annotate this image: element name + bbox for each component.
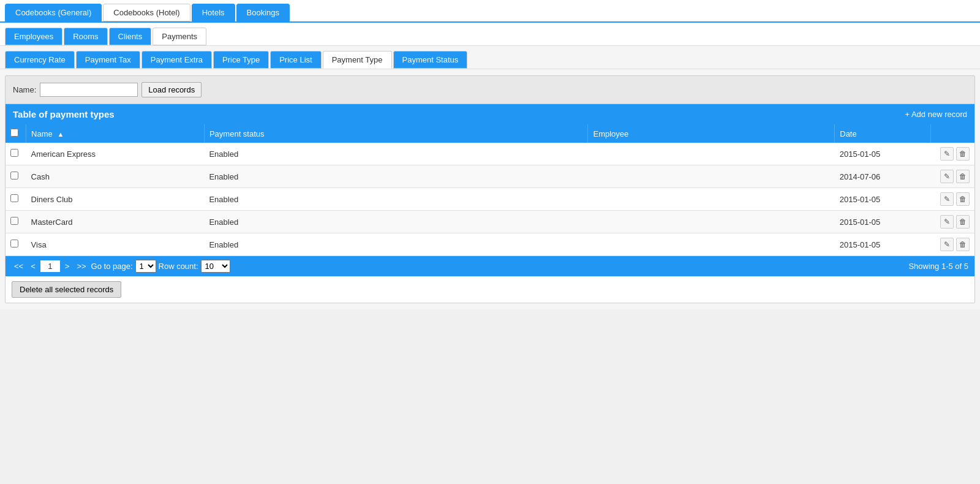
col-header-employee: Employee bbox=[588, 124, 835, 143]
row-checkbox[interactable] bbox=[10, 149, 18, 157]
panel: Name: Load records Table of payment type… bbox=[5, 75, 975, 303]
row-checkbox-cell bbox=[6, 165, 26, 188]
payment-types-table: Name ▲ Payment status Employee Date Amer… bbox=[6, 124, 974, 256]
delete-icon[interactable]: 🗑 bbox=[956, 238, 970, 251]
tab-payment-extra[interactable]: Payment Extra bbox=[141, 51, 212, 69]
row-checkbox-cell bbox=[6, 211, 26, 233]
col-header-date: Date bbox=[835, 124, 931, 143]
table-title: Table of payment types bbox=[13, 109, 115, 119]
tab-price-list[interactable]: Price List bbox=[270, 51, 321, 69]
delete-icon[interactable]: 🗑 bbox=[956, 192, 970, 206]
first-page-button[interactable]: << bbox=[12, 260, 26, 272]
tab-bookings[interactable]: Bookings bbox=[236, 4, 290, 21]
delete-icon[interactable]: 🗑 bbox=[956, 170, 970, 183]
tab-clients[interactable]: Clients bbox=[109, 28, 152, 45]
delete-all-selected-button[interactable]: Delete all selected records bbox=[12, 281, 121, 298]
tab-payment-type[interactable]: Payment Type bbox=[323, 51, 392, 69]
tab-payments[interactable]: Payments bbox=[153, 28, 206, 45]
add-new-record-button[interactable]: + Add new record bbox=[905, 110, 967, 119]
tab-price-type[interactable]: Price Type bbox=[213, 51, 269, 69]
row-payment-status: Enabled bbox=[204, 143, 588, 165]
table-row: American Express Enabled 2015-01-05 ✎ 🗑 bbox=[6, 143, 974, 165]
row-actions: ✎ 🗑 bbox=[930, 143, 974, 165]
load-records-button[interactable]: Load records bbox=[141, 82, 202, 97]
col-header-actions bbox=[930, 124, 974, 143]
second-nav: Employees Rooms Clients Payments bbox=[0, 23, 980, 46]
row-employee bbox=[588, 165, 835, 188]
row-payment-status: Enabled bbox=[204, 165, 588, 188]
third-nav: Currency Rate Payment Tax Payment Extra … bbox=[0, 46, 980, 69]
current-page-input[interactable] bbox=[40, 260, 60, 272]
row-count-select[interactable]: 10 25 50 100 bbox=[201, 260, 230, 273]
row-payment-status: Enabled bbox=[204, 188, 588, 211]
edit-icon[interactable]: ✎ bbox=[940, 238, 954, 251]
row-date: 2015-01-05 bbox=[835, 188, 931, 211]
row-name: Visa bbox=[26, 233, 205, 256]
tab-codebooks-general[interactable]: Codebooks (General) bbox=[5, 4, 102, 21]
sort-arrow-name: ▲ bbox=[57, 130, 64, 138]
row-employee bbox=[588, 188, 835, 211]
table-row: Diners Club Enabled 2015-01-05 ✎ 🗑 bbox=[6, 188, 974, 211]
tab-payment-status[interactable]: Payment Status bbox=[393, 51, 468, 69]
tab-currency-rate[interactable]: Currency Rate bbox=[5, 51, 75, 69]
pagination-bar: << < > >> Go to page: 1 Row count: 10 25… bbox=[6, 256, 974, 276]
table-title-bar: Table of payment types + Add new record bbox=[6, 104, 974, 124]
row-payment-status: Enabled bbox=[204, 233, 588, 256]
last-page-button[interactable]: >> bbox=[74, 260, 88, 272]
row-checkbox[interactable] bbox=[10, 240, 18, 248]
top-nav: Codebooks (General) Codebooks (Hotel) Ho… bbox=[0, 0, 980, 23]
row-checkbox-cell bbox=[6, 143, 26, 165]
table-header-row: Name ▲ Payment status Employee Date bbox=[6, 124, 974, 143]
row-checkbox[interactable] bbox=[10, 172, 18, 180]
tab-hotels[interactable]: Hotels bbox=[192, 4, 235, 21]
next-page-button[interactable]: > bbox=[62, 260, 72, 272]
delete-icon[interactable]: 🗑 bbox=[956, 215, 970, 229]
tab-codebooks-hotel[interactable]: Codebooks (Hotel) bbox=[103, 4, 190, 21]
row-actions: ✎ 🗑 bbox=[930, 233, 974, 256]
row-actions: ✎ 🗑 bbox=[930, 188, 974, 211]
goto-label: Go to page: bbox=[91, 262, 133, 271]
name-label: Name: bbox=[13, 85, 36, 94]
row-date: 2015-01-05 bbox=[835, 143, 931, 165]
row-payment-status: Enabled bbox=[204, 211, 588, 233]
select-all-header bbox=[6, 124, 26, 143]
row-employee bbox=[588, 211, 835, 233]
edit-icon[interactable]: ✎ bbox=[940, 147, 954, 161]
pagination-left: << < > >> Go to page: 1 Row count: 10 25… bbox=[12, 260, 230, 273]
row-name: American Express bbox=[26, 143, 205, 165]
table-row: Cash Enabled 2014-07-06 ✎ 🗑 bbox=[6, 165, 974, 188]
tab-payment-tax[interactable]: Payment Tax bbox=[76, 51, 140, 69]
row-employee bbox=[588, 143, 835, 165]
row-date: 2015-01-05 bbox=[835, 233, 931, 256]
tab-employees[interactable]: Employees bbox=[5, 28, 62, 45]
showing-label: Showing 1-5 of 5 bbox=[908, 262, 968, 271]
row-name: MasterCard bbox=[26, 211, 205, 233]
table-row: Visa Enabled 2015-01-05 ✎ 🗑 bbox=[6, 233, 974, 256]
row-actions: ✎ 🗑 bbox=[930, 165, 974, 188]
row-count-label: Row count: bbox=[159, 262, 198, 271]
select-all-checkbox[interactable] bbox=[10, 129, 18, 137]
row-name: Diners Club bbox=[26, 188, 205, 211]
goto-page-select[interactable]: 1 bbox=[135, 260, 156, 273]
row-checkbox[interactable] bbox=[10, 194, 18, 202]
edit-icon[interactable]: ✎ bbox=[940, 170, 954, 183]
filter-bar: Name: Load records bbox=[6, 76, 974, 104]
row-checkbox[interactable] bbox=[10, 217, 18, 225]
row-date: 2015-01-05 bbox=[835, 211, 931, 233]
col-header-payment-status: Payment status bbox=[204, 124, 588, 143]
delete-bar: Delete all selected records bbox=[6, 276, 974, 303]
edit-icon[interactable]: ✎ bbox=[940, 192, 954, 206]
delete-icon[interactable]: 🗑 bbox=[956, 147, 970, 161]
row-employee bbox=[588, 233, 835, 256]
table-row: MasterCard Enabled 2015-01-05 ✎ 🗑 bbox=[6, 211, 974, 233]
row-date: 2014-07-06 bbox=[835, 165, 931, 188]
name-input[interactable] bbox=[40, 83, 138, 97]
row-name: Cash bbox=[26, 165, 205, 188]
row-checkbox-cell bbox=[6, 233, 26, 256]
prev-page-button[interactable]: < bbox=[28, 260, 38, 272]
main-content: Name: Load records Table of payment type… bbox=[0, 69, 980, 309]
col-header-name[interactable]: Name ▲ bbox=[26, 124, 205, 143]
row-actions: ✎ 🗑 bbox=[930, 211, 974, 233]
edit-icon[interactable]: ✎ bbox=[940, 215, 954, 229]
tab-rooms[interactable]: Rooms bbox=[64, 28, 107, 45]
